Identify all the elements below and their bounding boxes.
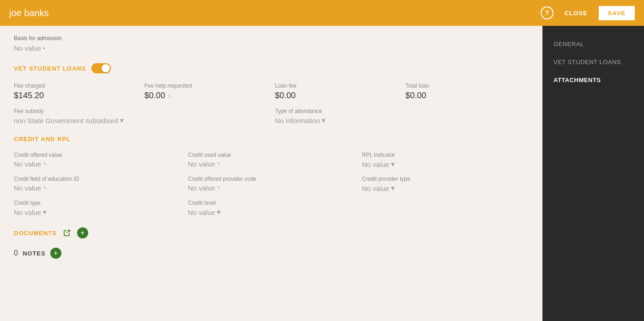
chevron-down-icon: ▾: [217, 208, 221, 216]
credit-provider-type-label: Credit provider type: [362, 176, 529, 182]
credit-type-label: Credit type: [14, 200, 181, 206]
vet-student-loans-section: VET STUDENT LOANS Fee charged $145.20 Fe…: [14, 63, 529, 125]
edit-icon: ✎: [168, 94, 172, 99]
documents-title: DOCUMENTS: [14, 230, 57, 237]
credit-used-value-val[interactable]: No value ✎: [188, 160, 355, 168]
chevron-down-icon: ▾: [322, 116, 325, 125]
credit-level-group: Credit level No value ▾: [188, 200, 355, 216]
chevron-down-icon: ▾: [391, 184, 395, 192]
credit-rpl-title: CREDIT AND RPL: [14, 136, 71, 143]
empty-group: [362, 200, 529, 216]
documents-section: DOCUMENTS +: [14, 227, 529, 238]
loan-fee-group: Loan fee $0.00: [275, 83, 398, 101]
credit-offered-provider-code-group: Credit offered provider code No value ✎: [188, 176, 355, 192]
total-loan-group: Total loan $0.00: [405, 83, 529, 101]
fee-fields-grid: Fee charged $145.20 Fee help requested $…: [14, 83, 529, 101]
credit-used-value-group: Credit used value No value ✎: [188, 152, 355, 168]
credit-row-3: Credit type No value ▾ Credit level No v…: [14, 200, 529, 216]
rpl-indicator-val[interactable]: No value ▾: [362, 160, 529, 168]
subsidy-attendance-grid: Fee subsidy non State Government subsidi…: [14, 108, 529, 125]
fee-charged-value: $145.20: [14, 91, 137, 101]
rpl-indicator-group: RPL indicator No value ▾: [362, 152, 529, 168]
basis-for-admission-value[interactable]: No value ▾: [14, 44, 529, 52]
fee-help-requested-value[interactable]: $0.00 ✎: [144, 91, 268, 101]
rpl-indicator-label: RPL indicator: [362, 152, 529, 158]
edit-icon: ✎: [217, 185, 221, 191]
credit-type-val[interactable]: No value ▾: [14, 208, 181, 216]
add-note-button[interactable]: +: [50, 248, 61, 259]
page-title: joe banks: [9, 8, 49, 18]
fee-help-requested-group: Fee help requested $0.00 ✎: [144, 83, 268, 101]
notes-section: 0 NOTES +: [14, 248, 529, 259]
credit-field-of-education-label: Credit field of education ID: [14, 176, 181, 182]
main-content: Basis for admission No value ▾ VET STUDE…: [0, 26, 542, 321]
credit-used-value-label: Credit used value: [188, 152, 355, 158]
credit-offered-value-label: Credit offered value: [14, 152, 181, 158]
credit-provider-type-group: Credit provider type No value ▾: [362, 176, 529, 192]
chevron-down-icon: ▾: [120, 116, 124, 125]
credit-offered-value-val[interactable]: No value ✎: [14, 160, 181, 168]
fee-charged-label: Fee charged: [14, 83, 137, 89]
external-link-icon[interactable]: [61, 227, 72, 238]
total-loan-value: $0.00: [405, 91, 529, 101]
loan-fee-value: $0.00: [275, 91, 398, 101]
credit-offered-value-group: Credit offered value No value ✎: [14, 152, 181, 168]
credit-level-label: Credit level: [188, 200, 355, 206]
notes-title: NOTES: [23, 250, 46, 257]
close-button[interactable]: CLOSE: [561, 8, 591, 18]
type-of-attendance-label: Type of attendance: [275, 108, 529, 114]
chevron-down-icon: ▾: [391, 160, 395, 168]
type-of-attendance-value[interactable]: No information ▾: [275, 116, 529, 125]
save-button[interactable]: SAVE: [599, 6, 635, 20]
fee-charged-group: Fee charged $145.20: [14, 83, 137, 101]
edit-icon: ✎: [217, 161, 221, 167]
credit-row-1: Credit offered value No value ✎ Credit u…: [14, 152, 529, 168]
credit-field-of-education-val[interactable]: No value ✎: [14, 184, 181, 192]
header: joe banks ? CLOSE SAVE: [0, 0, 644, 26]
add-document-button[interactable]: +: [77, 227, 88, 238]
basis-for-admission-section: Basis for admission No value ▾: [14, 35, 529, 52]
edit-icon: ✎: [43, 161, 47, 167]
help-button[interactable]: ?: [541, 6, 554, 19]
credit-field-of-education-group: Credit field of education ID No value ✎: [14, 176, 181, 192]
vet-student-loans-title: VET STUDENT LOANS: [14, 65, 86, 72]
credit-row-2: Credit field of education ID No value ✎ …: [14, 176, 529, 192]
sidebar-item-general[interactable]: GENERAL: [542, 35, 644, 53]
sidebar-item-vet-student-loans[interactable]: VET STUDENT LOANS: [542, 53, 644, 71]
credit-offered-provider-code-val[interactable]: No value ✎: [188, 184, 355, 192]
sidebar-item-attachments[interactable]: ATTACHMENTS: [542, 71, 644, 89]
chevron-down-icon: ▾: [43, 46, 45, 51]
credit-offered-provider-code-label: Credit offered provider code: [188, 176, 355, 182]
chevron-down-icon: ▾: [43, 208, 47, 216]
header-actions: ? CLOSE SAVE: [541, 6, 635, 20]
vet-student-loans-toggle[interactable]: [91, 63, 111, 73]
fee-help-requested-label: Fee help requested: [144, 83, 268, 89]
credit-and-rpl-section: CREDIT AND RPL Credit offered value No v…: [14, 136, 529, 216]
layout: Basis for admission No value ▾ VET STUDE…: [0, 26, 644, 321]
credit-level-val[interactable]: No value ▾: [188, 208, 355, 216]
notes-count: 0: [14, 249, 18, 257]
vet-student-loans-header: VET STUDENT LOANS: [14, 63, 529, 73]
credit-provider-type-val[interactable]: No value ▾: [362, 184, 529, 192]
credit-rpl-header: CREDIT AND RPL: [14, 136, 529, 143]
total-loan-label: Total loan: [405, 83, 529, 89]
credit-type-group: Credit type No value ▾: [14, 200, 181, 216]
fee-subsidy-value[interactable]: non State Government subsidised ▾: [14, 116, 268, 125]
loan-fee-label: Loan fee: [275, 83, 398, 89]
toggle-knob: [102, 64, 110, 72]
type-of-attendance-group: Type of attendance No information ▾: [275, 108, 529, 125]
fee-subsidy-label: Fee subsidy: [14, 108, 268, 114]
fee-subsidy-group: Fee subsidy non State Government subsidi…: [14, 108, 268, 125]
sidebar: GENERAL VET STUDENT LOANS ATTACHMENTS: [542, 26, 644, 321]
edit-icon: ✎: [43, 185, 47, 191]
basis-for-admission-label: Basis for admission: [14, 35, 529, 42]
